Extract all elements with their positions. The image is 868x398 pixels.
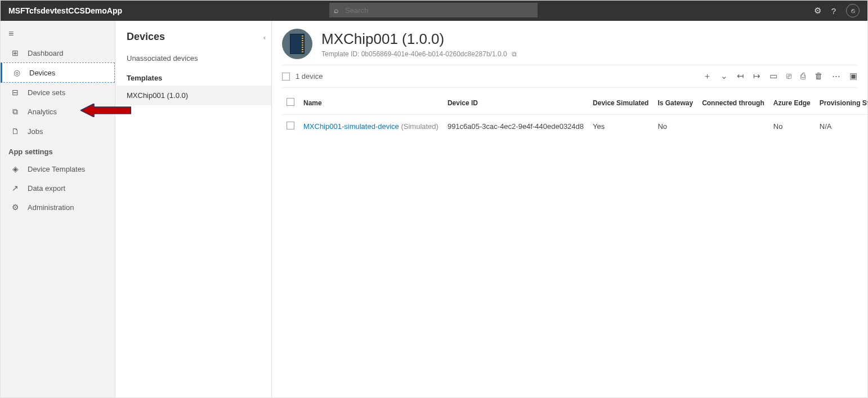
toolbar-actions: ＋ ⌄ ↤ ↦ ▭ ⎚ ⎙ 🗑 ⋯ ▣ [703,71,857,82]
col-device-simulated[interactable]: Device Simulated [588,91,653,115]
main-content: MXChip001 (1.0.0) Template ID: 0b056869-… [272,21,867,397]
dashboard-icon: ⊞ [11,48,20,57]
nav-label: Analytics [28,108,57,116]
nav-item-device-templates[interactable]: ◈ Device Templates [1,159,115,178]
device-count-row: 1 device [282,72,323,81]
device-avatar-icon [282,29,312,59]
cell-simulated: Yes [588,115,653,138]
col-connected-through[interactable]: Connected through [697,91,769,115]
device-detail-header: MXChip001 (1.0.0) Template ID: 0b056869-… [282,29,857,59]
devices-subnav: Devices ‹ Unassociated devices Templates… [115,21,272,397]
nav-item-devices[interactable]: ◎ Devices [1,62,115,83]
simulate-icon[interactable]: ⎚ [786,71,791,82]
user-avatar-icon[interactable]: ⎋ [846,4,860,17]
collapse-chevron-icon[interactable]: ‹ [263,33,266,42]
add-icon[interactable]: ＋ [703,71,712,82]
cell-connected [697,115,769,138]
cell-prov: N/A [815,115,867,138]
col-provisioning-status[interactable]: Provisioning Stat [815,91,867,115]
delete-icon[interactable]: 🗑 [815,71,823,82]
device-list-toolbar: 1 device ＋ ⌄ ↤ ↦ ▭ ⎚ ⎙ 🗑 ⋯ ▣ [282,65,857,88]
device-title: MXChip001 (1.0.0) [321,30,517,48]
nav-collapse-icon[interactable]: ≡ [1,24,115,43]
devices-icon: ◎ [12,68,21,77]
subnav-title: Devices [127,31,260,43]
nav-item-device-sets[interactable]: ⊟ Device sets [1,83,115,102]
nav-item-administration[interactable]: ⚙ Administration [1,198,115,217]
copy-icon[interactable]: ⧉ [512,50,517,58]
settings-gear-icon[interactable]: ⚙ [814,6,821,16]
col-azure-edge[interactable]: Azure Edge [769,91,815,115]
topbar-right-icons: ⚙ ? ⎋ [814,4,860,17]
cell-device-id: 991c6a05-3cac-4ec2-9e4f-440ede0324d8 [443,115,588,138]
search-container: ⌕ [329,3,538,17]
fullscreen-icon[interactable]: ▣ [849,71,857,82]
search-input[interactable] [329,3,538,17]
data-export-icon: ↗ [11,184,20,193]
table-header-row: Name Device ID Device Simulated Is Gatew… [282,91,867,115]
table-row[interactable]: MXChip001-simulated-device (Simulated) 9… [282,115,867,138]
nav-label: Devices [29,69,55,77]
jobs-icon: 🗋 [11,127,20,136]
subnav-templates-header: Templates [127,74,260,82]
search-icon: ⌕ [334,6,338,15]
nav-label: Data export [28,184,65,193]
row-checkbox[interactable] [287,122,294,129]
monitor-icon[interactable]: ▭ [769,71,777,82]
device-count-text: 1 device [296,72,323,81]
subnav-unassociated-devices[interactable]: Unassociated devices [127,51,260,66]
cell-gateway: No [653,115,697,138]
move-left-icon[interactable]: ↤ [737,71,744,82]
nav-section-app-settings: App settings [1,141,115,159]
nav-item-jobs[interactable]: 🗋 Jobs [1,122,115,141]
administration-icon: ⚙ [11,203,20,212]
analytics-icon: ⧉ [11,107,20,117]
template-id-text: Template ID: 0b056869-401e-40e6-b014-026… [321,50,507,58]
device-templates-icon: ◈ [11,164,20,173]
device-sets-icon: ⊟ [11,88,20,97]
nav-label: Administration [28,203,74,212]
move-right-icon[interactable]: ↦ [753,71,760,82]
subnav-template-mxchip001[interactable]: MXChip001 (1.0.0) [115,86,271,105]
nav-label: Dashboard [28,49,64,57]
device-simulated-tag: (Simulated) [401,122,438,131]
select-all-checkbox[interactable] [282,73,290,81]
cell-edge: No [769,115,815,138]
subnav-template-label: MXChip001 (1.0.0) [127,91,188,100]
help-icon[interactable]: ? [831,6,836,16]
left-nav: ≡ ⊞ Dashboard ◎ Devices ⊟ Device sets ⧉ … [1,21,115,397]
workspace: ≡ ⊞ Dashboard ◎ Devices ⊟ Device sets ⧉ … [1,21,867,397]
col-is-gateway[interactable]: Is Gateway [653,91,697,115]
col-name[interactable]: Name [299,91,443,115]
nav-item-dashboard[interactable]: ⊞ Dashboard [1,43,115,62]
more-columns-icon[interactable]: ⋯ [832,71,840,82]
chevron-down-icon[interactable]: ⌄ [721,71,728,82]
nav-item-analytics[interactable]: ⧉ Analytics [1,102,115,122]
col-device-id[interactable]: Device ID [443,91,588,115]
nav-label: Jobs [28,127,43,136]
nav-item-data-export[interactable]: ↗ Data export [1,178,115,198]
devices-table: Name Device ID Device Simulated Is Gatew… [282,91,867,138]
app-title: MSFTcfsdevtestCCSDemoApp [8,6,122,15]
nav-label: Device sets [28,88,65,97]
header-checkbox[interactable] [287,98,294,106]
device-name-link[interactable]: MXChip001-simulated-device [303,122,399,131]
top-bar: MSFTcfsdevtestCCSDemoApp ⌕ ⚙ ? ⎋ [1,1,867,21]
template-id-row: Template ID: 0b056869-401e-40e6-b014-026… [321,50,517,58]
nav-label: Device Templates [28,165,85,173]
deploy-icon[interactable]: ⎙ [800,71,806,82]
